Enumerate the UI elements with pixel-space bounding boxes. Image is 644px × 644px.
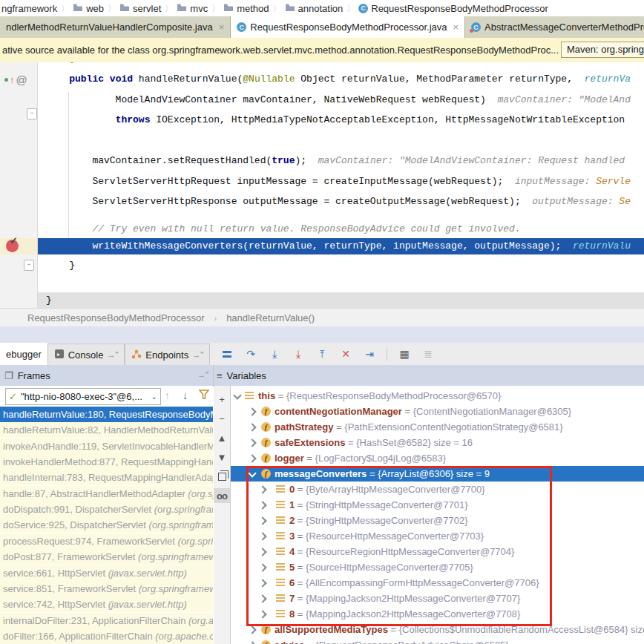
breadcrumb-item-servlet[interactable]: servlet (119, 3, 161, 14)
force-step-into-icon[interactable]: ⤓ (292, 347, 305, 361)
stack-frame-row[interactable]: processRequest:974, FrameworkServlet (or… (0, 533, 213, 549)
frame-text: doDispatch:991, DispatcherServlet (3, 504, 154, 515)
stack-frame-row[interactable]: handleReturnValue:180, RequestResponseBo… (0, 407, 213, 422)
frame-text: service:661, HttpServlet (3, 568, 108, 579)
variable-row[interactable]: fadvice = {RequestResponseBodyAdviceChai… (231, 637, 644, 644)
variable-row[interactable]: fcontentNegotiationManager = {ContentNeg… (231, 404, 644, 419)
editor-tab[interactable]: CAbstractMessageConverterMethodProc (465, 16, 644, 38)
chevron-down-icon[interactable] (233, 391, 241, 399)
breadcrumb-item-annotation[interactable]: annotation (285, 3, 344, 14)
code-line: throws IOException, HttpMediaTypeNotAcce… (46, 112, 625, 128)
move-down-icon[interactable]: ↓ (183, 390, 188, 401)
close-icon[interactable]: × (219, 22, 225, 33)
stack-frame-row[interactable]: service:742, HttpServlet (javax.servlet.… (0, 597, 213, 612)
code-text: ServletServerHttpResponse outputMessage … (46, 196, 521, 207)
duplicate-watch-icon[interactable] (214, 469, 230, 484)
step-out-icon[interactable]: ⤒ (315, 347, 329, 361)
move-watch-down-icon[interactable]: ▼ (214, 450, 230, 464)
breadcrumb-item-ngframework[interactable]: ngframework (1, 3, 57, 14)
variable-row[interactable]: flogger = {LogFactory$Log4jLog@6583} (231, 450, 644, 466)
move-watch-up-icon[interactable]: ▲ (214, 430, 230, 445)
code-text: throws (116, 114, 151, 125)
stack-frame-row[interactable]: doFilter:166, ApplicationFilterChain (or… (0, 628, 213, 644)
breadcrumb-method[interactable]: handleReturnValue() (226, 312, 315, 323)
stack-frame-row[interactable]: handleInternal:783, RequestMappingHandle… (0, 470, 213, 485)
stack-frame-row[interactable]: doDispatch:991, DispatcherServlet (org.s… (0, 502, 213, 517)
run-to-cursor-icon[interactable]: ⇥ (363, 347, 376, 361)
annotation-highlight-box (246, 466, 552, 626)
tab-label: Endpoints (145, 349, 188, 361)
breadcrumb-item-mvc[interactable]: mvc (177, 3, 208, 14)
frame-package: (javax.servlet.http) (108, 568, 187, 579)
pin-icon[interactable]: →" (192, 350, 203, 359)
hamburger-icon[interactable] (220, 347, 234, 361)
stack-frame-row[interactable]: doPost:877, FrameworkServlet (org.spring… (0, 549, 213, 565)
chevron-right-icon[interactable] (248, 625, 256, 634)
evaluate-expression-icon[interactable]: ▦ (398, 347, 411, 361)
variable-row[interactable]: fpathStrategy = {PathExtensionContentNeg… (231, 419, 644, 435)
frame-text: handleReturnValue:82, HandlerMethodRetur… (3, 424, 213, 436)
tool-window-tab-ebugger[interactable]: ebugger (0, 343, 47, 365)
editor-gutter[interactable]: ✓↑@−− (0, 62, 38, 308)
stack-frame-row[interactable]: doService:925, DispatcherServlet (org.sp… (0, 517, 213, 533)
drop-frame-icon[interactable]: ✕ (339, 347, 352, 361)
stack-frame-row[interactable]: service:661, HttpServlet (javax.servlet.… (0, 565, 213, 581)
editor-tab-label: RequestResponseBodyMethodProcessor.java (250, 22, 447, 33)
add-watch-icon[interactable]: + (214, 392, 230, 407)
breadcrumb-item-method[interactable]: method (223, 3, 269, 14)
fold-marker-icon[interactable]: − (27, 108, 37, 119)
editor-tab[interactable]: CRequestResponseBodyMethodProcessor.java… (231, 16, 465, 38)
variable-text: safeExtensions = {HashSet@6582} size = 1… (275, 435, 473, 450)
stack-frame-row[interactable]: service:851, FrameworkServlet (org.sprin… (0, 581, 213, 597)
chevron-right-icon[interactable] (248, 454, 256, 462)
pin-icon[interactable]: →" (107, 350, 118, 359)
override-marker[interactable]: ↑@ (4, 71, 27, 88)
code-line: writeWithMessageConverters(returnValue, … (46, 238, 631, 254)
frame-text: doService:925, DispatcherServlet (3, 519, 149, 530)
breadcrumb-item-web[interactable]: web (73, 3, 104, 14)
frames-panel[interactable]: ✓"http-nio-8080-exec-3"@6,...⌄↑↓handleRe… (0, 386, 213, 644)
tool-window-tab-endpoints[interactable]: Endpoints→" (125, 344, 210, 365)
show-watches-icon[interactable]: oo (214, 488, 230, 503)
stack-frame-row[interactable]: handle:87, AbstractHandlerMethodAdapter … (0, 486, 213, 502)
pin-icon[interactable]: →" (197, 370, 208, 379)
step-into-icon[interactable]: ⤓ (268, 347, 281, 361)
variables-panel-icon: ≡ (217, 370, 223, 381)
filter-icon[interactable] (199, 390, 209, 401)
variable-row[interactable]: fsafeExtensions = {HashSet@6582} size = … (231, 435, 644, 450)
maven-library-button[interactable]: Maven: org.spring (561, 42, 644, 58)
tool-window-tab-console[interactable]: ▸Console→" (47, 344, 125, 365)
move-up-icon[interactable]: ↑ (165, 390, 170, 401)
equals-sign: = (304, 453, 315, 464)
chevron-right-icon[interactable] (248, 423, 256, 431)
chevron-right-icon[interactable] (248, 407, 256, 415)
frame-text: doFilter:166, ApplicationFilterChain (3, 631, 155, 642)
close-icon[interactable]: × (453, 22, 459, 33)
stack-frame-row[interactable]: invokeAndHandle:119, ServletInvocableHan… (0, 438, 213, 454)
stack-frame-row[interactable]: internalDoFilter:231, ApplicationFilterC… (0, 613, 213, 628)
frame-text: handleReturnValue:180, RequestResponseBo… (3, 409, 213, 420)
watches-toolbar: +−▲▼oo (214, 386, 231, 644)
thread-selector[interactable]: ✓"http-nio-8080-exec-3"@6,...⌄ (5, 388, 161, 405)
panel-divider (213, 365, 214, 386)
breadcrumb-item-RequestResponseBodyMethodProcessor[interactable]: CRequestResponseBodyMethodProcessor (358, 3, 548, 14)
layout-settings-icon[interactable]: ≣ (421, 347, 435, 361)
code-editor[interactable]: @Override public void handleReturnValue(… (0, 62, 644, 308)
frame-text: service:851, FrameworkServlet (3, 583, 139, 594)
stack-frame-row[interactable]: invokeHandlerMethod:877, RequestMappingH… (0, 454, 213, 470)
breakpoint-icon[interactable]: ✓ (6, 240, 19, 252)
chevron-right-icon[interactable] (248, 641, 256, 644)
breakpoint-check-icon: ✓ (10, 235, 18, 246)
code-text (46, 114, 116, 125)
variable-name: this (258, 390, 275, 401)
step-over-icon[interactable]: ↷ (244, 347, 257, 361)
chevron-right-icon[interactable] (248, 438, 256, 447)
breadcrumb-class[interactable]: RequestResponseBodyMethodProcessor (27, 312, 204, 323)
stack-frame-row[interactable]: handleReturnValue:82, HandlerMethodRetur… (0, 422, 213, 438)
remove-watch-icon[interactable]: − (214, 411, 230, 426)
frame-package: (org.springframework.web.servlet) (154, 504, 213, 515)
variable-row[interactable]: this = {RequestResponseBodyMethodProcess… (231, 388, 644, 404)
code-text: true (272, 155, 295, 166)
fold-marker-icon[interactable]: − (24, 260, 34, 271)
editor-tab[interactable]: ndlerMethodReturnValueHandlerComposite.j… (0, 16, 231, 38)
